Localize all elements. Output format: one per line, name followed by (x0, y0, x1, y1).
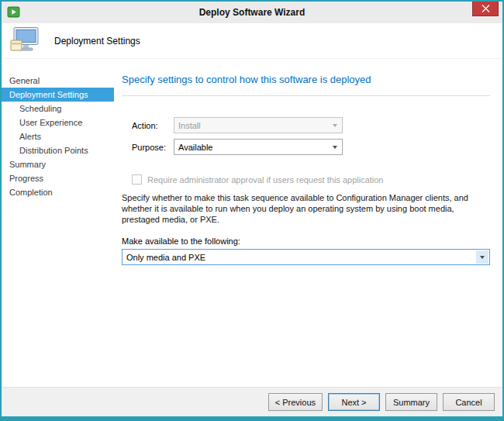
nav-item-deployment-settings[interactable]: Deployment Settings (2, 88, 114, 102)
page-heading: Specify settings to control how this sof… (122, 74, 490, 85)
purpose-combobox[interactable]: Available (174, 139, 343, 155)
action-label: Action: (132, 121, 174, 130)
chevron-down-icon (329, 140, 341, 154)
approval-checkbox (132, 174, 142, 185)
header-title: Deployment Settings (54, 36, 140, 47)
nav-item-progress[interactable]: Progress (2, 171, 114, 185)
purpose-value: Available (178, 143, 212, 152)
make-available-label: Make available to the following: (122, 236, 490, 246)
wizard-nav: General Deployment Settings Scheduling U… (2, 59, 114, 387)
nav-item-general[interactable]: General (2, 74, 114, 88)
wizard-body: General Deployment Settings Scheduling U… (2, 59, 502, 387)
approval-checkbox-label: Require administrator approval if users … (147, 175, 384, 185)
action-value: Install (178, 121, 201, 130)
summary-button[interactable]: Summary (385, 393, 437, 411)
chevron-down-icon (329, 119, 341, 132)
nav-item-user-experience[interactable]: User Experience (2, 116, 114, 129)
wizard-header: Deployment Settings (2, 23, 502, 59)
make-available-combobox[interactable]: Only media and PXE (122, 249, 490, 265)
deploy-software-wizard-window: Deploy Software Wizard Deployment Settin… (0, 0, 504, 421)
nav-item-scheduling[interactable]: Scheduling (2, 102, 114, 116)
nav-item-alerts[interactable]: Alerts (2, 129, 114, 143)
deployment-settings-icon (9, 26, 43, 56)
next-button[interactable]: Next > (328, 393, 380, 411)
app-icon (7, 5, 20, 19)
nav-item-summary[interactable]: Summary (2, 157, 114, 171)
window-title: Deploy Software Wizard (199, 7, 306, 18)
page-content: Specify settings to control how this sof… (114, 59, 502, 387)
action-row: Action: Install (122, 117, 490, 133)
close-button[interactable] (472, 2, 499, 16)
purpose-label: Purpose: (132, 143, 174, 152)
approval-row: Require administrator approval if users … (132, 174, 490, 185)
make-available-value: Only media and PXE (126, 253, 205, 262)
action-combobox: Install (174, 117, 343, 133)
nav-item-distribution-points[interactable]: Distribution Points (2, 143, 114, 157)
nav-item-completion[interactable]: Completion (2, 185, 114, 199)
button-bar: < Previous Next > Summary Cancel (2, 387, 502, 416)
close-icon (482, 5, 490, 12)
chevron-down-icon (476, 250, 488, 264)
previous-button[interactable]: < Previous (268, 393, 323, 411)
purpose-row: Purpose: Available (122, 139, 490, 155)
heading-divider (122, 95, 490, 96)
cancel-button[interactable]: Cancel (443, 393, 495, 411)
titlebar[interactable]: Deploy Software Wizard (2, 2, 502, 23)
description-text: Specify whether to make this task sequen… (122, 192, 490, 225)
settings-form: Action: Install Purpose: Available Req (122, 117, 490, 265)
